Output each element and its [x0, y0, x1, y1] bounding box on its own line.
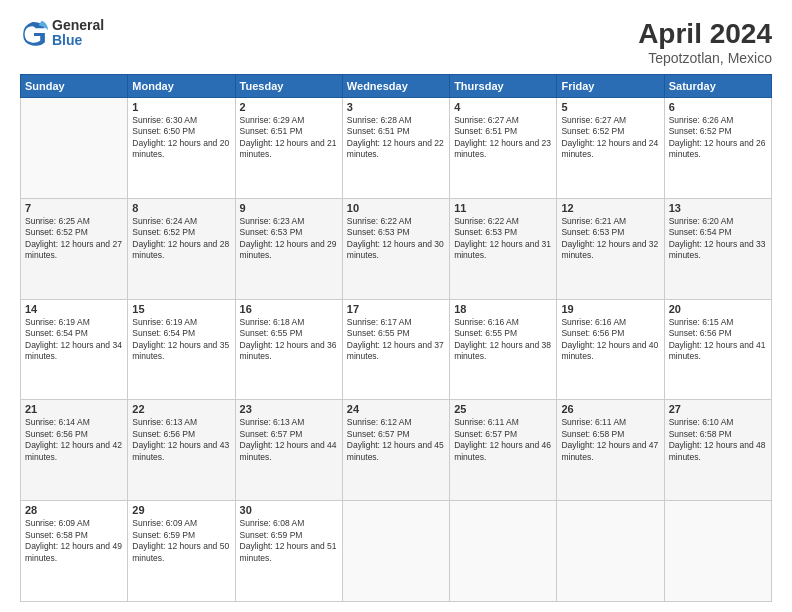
day-number: 12	[561, 202, 659, 214]
day-info: Sunrise: 6:14 AMSunset: 6:56 PMDaylight:…	[25, 417, 122, 461]
day-number: 20	[669, 303, 767, 315]
day-number: 9	[240, 202, 338, 214]
calendar-week-row: 7 Sunrise: 6:25 AMSunset: 6:52 PMDayligh…	[21, 198, 772, 299]
day-number: 6	[669, 101, 767, 113]
day-number: 16	[240, 303, 338, 315]
day-number: 26	[561, 403, 659, 415]
calendar-cell: 5 Sunrise: 6:27 AMSunset: 6:52 PMDayligh…	[557, 98, 664, 199]
calendar-cell	[557, 501, 664, 602]
day-number: 11	[454, 202, 552, 214]
calendar-cell: 11 Sunrise: 6:22 AMSunset: 6:53 PMDaylig…	[450, 198, 557, 299]
column-header-saturday: Saturday	[664, 75, 771, 98]
day-number: 19	[561, 303, 659, 315]
day-number: 14	[25, 303, 123, 315]
calendar-cell: 8 Sunrise: 6:24 AMSunset: 6:52 PMDayligh…	[128, 198, 235, 299]
day-info: Sunrise: 6:16 AMSunset: 6:55 PMDaylight:…	[454, 317, 551, 361]
column-header-wednesday: Wednesday	[342, 75, 449, 98]
day-number: 13	[669, 202, 767, 214]
day-info: Sunrise: 6:30 AMSunset: 6:50 PMDaylight:…	[132, 115, 229, 159]
day-info: Sunrise: 6:13 AMSunset: 6:56 PMDaylight:…	[132, 417, 229, 461]
calendar-cell	[664, 501, 771, 602]
calendar-cell: 30 Sunrise: 6:08 AMSunset: 6:59 PMDaylig…	[235, 501, 342, 602]
column-header-sunday: Sunday	[21, 75, 128, 98]
day-info: Sunrise: 6:12 AMSunset: 6:57 PMDaylight:…	[347, 417, 444, 461]
calendar-table: SundayMondayTuesdayWednesdayThursdayFrid…	[20, 74, 772, 602]
calendar-week-row: 21 Sunrise: 6:14 AMSunset: 6:56 PMDaylig…	[21, 400, 772, 501]
calendar-cell: 10 Sunrise: 6:22 AMSunset: 6:53 PMDaylig…	[342, 198, 449, 299]
day-info: Sunrise: 6:16 AMSunset: 6:56 PMDaylight:…	[561, 317, 658, 361]
calendar-cell: 13 Sunrise: 6:20 AMSunset: 6:54 PMDaylig…	[664, 198, 771, 299]
page: General Blue April 2024 Tepotzotlan, Mex…	[0, 0, 792, 612]
calendar-cell: 24 Sunrise: 6:12 AMSunset: 6:57 PMDaylig…	[342, 400, 449, 501]
column-header-monday: Monday	[128, 75, 235, 98]
calendar-cell: 4 Sunrise: 6:27 AMSunset: 6:51 PMDayligh…	[450, 98, 557, 199]
day-number: 23	[240, 403, 338, 415]
day-info: Sunrise: 6:22 AMSunset: 6:53 PMDaylight:…	[347, 216, 444, 260]
logo-blue-text: Blue	[52, 33, 104, 48]
logo-text: General Blue	[52, 18, 104, 49]
day-info: Sunrise: 6:15 AMSunset: 6:56 PMDaylight:…	[669, 317, 766, 361]
calendar-cell: 25 Sunrise: 6:11 AMSunset: 6:57 PMDaylig…	[450, 400, 557, 501]
day-info: Sunrise: 6:27 AMSunset: 6:51 PMDaylight:…	[454, 115, 551, 159]
day-info: Sunrise: 6:23 AMSunset: 6:53 PMDaylight:…	[240, 216, 337, 260]
day-info: Sunrise: 6:18 AMSunset: 6:55 PMDaylight:…	[240, 317, 337, 361]
day-info: Sunrise: 6:22 AMSunset: 6:53 PMDaylight:…	[454, 216, 551, 260]
day-number: 18	[454, 303, 552, 315]
day-number: 1	[132, 101, 230, 113]
column-header-tuesday: Tuesday	[235, 75, 342, 98]
calendar-cell: 14 Sunrise: 6:19 AMSunset: 6:54 PMDaylig…	[21, 299, 128, 400]
day-info: Sunrise: 6:21 AMSunset: 6:53 PMDaylight:…	[561, 216, 658, 260]
calendar-cell: 26 Sunrise: 6:11 AMSunset: 6:58 PMDaylig…	[557, 400, 664, 501]
day-info: Sunrise: 6:26 AMSunset: 6:52 PMDaylight:…	[669, 115, 766, 159]
day-number: 4	[454, 101, 552, 113]
day-number: 7	[25, 202, 123, 214]
calendar-cell: 27 Sunrise: 6:10 AMSunset: 6:58 PMDaylig…	[664, 400, 771, 501]
day-number: 17	[347, 303, 445, 315]
column-header-thursday: Thursday	[450, 75, 557, 98]
calendar-cell: 20 Sunrise: 6:15 AMSunset: 6:56 PMDaylig…	[664, 299, 771, 400]
day-info: Sunrise: 6:19 AMSunset: 6:54 PMDaylight:…	[25, 317, 122, 361]
day-number: 27	[669, 403, 767, 415]
calendar-cell: 6 Sunrise: 6:26 AMSunset: 6:52 PMDayligh…	[664, 98, 771, 199]
calendar-week-row: 28 Sunrise: 6:09 AMSunset: 6:58 PMDaylig…	[21, 501, 772, 602]
day-info: Sunrise: 6:11 AMSunset: 6:57 PMDaylight:…	[454, 417, 551, 461]
calendar-cell	[21, 98, 128, 199]
calendar-cell: 16 Sunrise: 6:18 AMSunset: 6:55 PMDaylig…	[235, 299, 342, 400]
calendar-cell: 3 Sunrise: 6:28 AMSunset: 6:51 PMDayligh…	[342, 98, 449, 199]
day-number: 21	[25, 403, 123, 415]
day-number: 22	[132, 403, 230, 415]
day-number: 8	[132, 202, 230, 214]
day-number: 25	[454, 403, 552, 415]
header: General Blue April 2024 Tepotzotlan, Mex…	[20, 18, 772, 66]
day-info: Sunrise: 6:17 AMSunset: 6:55 PMDaylight:…	[347, 317, 444, 361]
day-number: 30	[240, 504, 338, 516]
day-info: Sunrise: 6:28 AMSunset: 6:51 PMDaylight:…	[347, 115, 444, 159]
day-number: 5	[561, 101, 659, 113]
main-title: April 2024	[638, 18, 772, 50]
subtitle: Tepotzotlan, Mexico	[638, 50, 772, 66]
day-info: Sunrise: 6:09 AMSunset: 6:59 PMDaylight:…	[132, 518, 229, 562]
day-number: 10	[347, 202, 445, 214]
title-block: April 2024 Tepotzotlan, Mexico	[638, 18, 772, 66]
day-number: 3	[347, 101, 445, 113]
calendar-cell: 15 Sunrise: 6:19 AMSunset: 6:54 PMDaylig…	[128, 299, 235, 400]
day-info: Sunrise: 6:08 AMSunset: 6:59 PMDaylight:…	[240, 518, 337, 562]
day-info: Sunrise: 6:24 AMSunset: 6:52 PMDaylight:…	[132, 216, 229, 260]
day-info: Sunrise: 6:25 AMSunset: 6:52 PMDaylight:…	[25, 216, 122, 260]
calendar-cell: 17 Sunrise: 6:17 AMSunset: 6:55 PMDaylig…	[342, 299, 449, 400]
calendar-cell: 1 Sunrise: 6:30 AMSunset: 6:50 PMDayligh…	[128, 98, 235, 199]
day-number: 2	[240, 101, 338, 113]
calendar-cell: 29 Sunrise: 6:09 AMSunset: 6:59 PMDaylig…	[128, 501, 235, 602]
calendar-cell: 28 Sunrise: 6:09 AMSunset: 6:58 PMDaylig…	[21, 501, 128, 602]
logo-general-text: General	[52, 18, 104, 33]
day-number: 15	[132, 303, 230, 315]
calendar-cell: 21 Sunrise: 6:14 AMSunset: 6:56 PMDaylig…	[21, 400, 128, 501]
calendar-cell: 9 Sunrise: 6:23 AMSunset: 6:53 PMDayligh…	[235, 198, 342, 299]
day-number: 24	[347, 403, 445, 415]
calendar-cell: 18 Sunrise: 6:16 AMSunset: 6:55 PMDaylig…	[450, 299, 557, 400]
calendar-week-row: 14 Sunrise: 6:19 AMSunset: 6:54 PMDaylig…	[21, 299, 772, 400]
calendar-cell: 23 Sunrise: 6:13 AMSunset: 6:57 PMDaylig…	[235, 400, 342, 501]
calendar-week-row: 1 Sunrise: 6:30 AMSunset: 6:50 PMDayligh…	[21, 98, 772, 199]
column-header-friday: Friday	[557, 75, 664, 98]
day-info: Sunrise: 6:11 AMSunset: 6:58 PMDaylight:…	[561, 417, 658, 461]
